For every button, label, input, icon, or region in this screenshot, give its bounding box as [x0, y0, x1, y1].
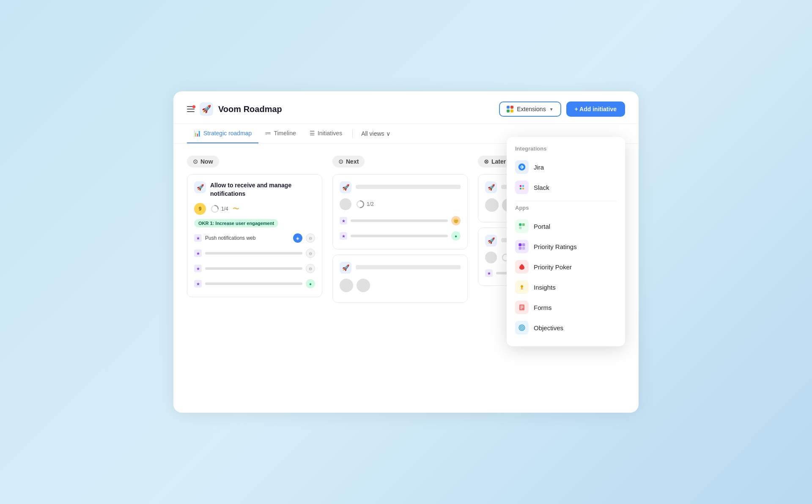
card-logo-icon: 🚀	[485, 181, 497, 193]
objectives-icon	[515, 321, 529, 334]
dropdown-item-priority-poker[interactable]: Priority Poker	[515, 257, 617, 277]
card-title: Allow to receive and manage notification…	[210, 181, 315, 198]
tab-timeline[interactable]: ≔ Timeline	[258, 124, 302, 143]
card-next-2: 🚀	[332, 255, 468, 303]
initiatives-tab-icon: ☰	[310, 130, 315, 137]
now-column-icon: ⊙	[193, 158, 198, 165]
card-logo-icon: 🚀	[194, 181, 206, 193]
feature-row: ★ Push notifications web ◈ ⊖	[194, 232, 315, 244]
skeleton-title	[356, 185, 461, 189]
status-dot: ⊖	[306, 264, 315, 273]
okr-badge: OKR 1: Increase user engagement	[194, 219, 278, 227]
portal-icon	[515, 219, 529, 233]
forms-icon	[515, 301, 529, 314]
card-next-1: 🚀 1/2 ★	[332, 174, 468, 249]
feature-row: ★ 😊	[340, 214, 461, 227]
jira-label: Jira	[534, 164, 544, 171]
progress-ring: 1/2	[356, 200, 374, 209]
objectives-label: Objectives	[534, 324, 563, 331]
feature-row: ★ ●	[340, 230, 461, 242]
insights-icon	[515, 280, 529, 294]
extensions-label: Extensions	[517, 106, 546, 112]
nav-divider	[352, 129, 353, 138]
all-views-button[interactable]: All views ∨	[356, 124, 395, 143]
feature-icon: ★	[194, 265, 202, 272]
integrations-section-label: Integrations	[515, 145, 617, 152]
extensions-icon	[507, 106, 513, 112]
avatar-row	[340, 279, 461, 292]
svg-rect-14	[522, 244, 525, 247]
dropdown-divider	[515, 201, 617, 201]
svg-point-17	[521, 285, 523, 288]
feature-row: ★ ⊖	[194, 262, 315, 275]
insights-label: Insights	[534, 284, 556, 291]
svg-rect-21	[520, 308, 522, 309]
progress-text: 1/2	[367, 201, 374, 207]
feature-icon: ★	[485, 269, 493, 277]
slack-label: Slack	[534, 184, 549, 191]
feature-icon: ★	[340, 232, 347, 240]
status-dot: ⊖	[306, 249, 315, 258]
avatar	[485, 198, 499, 212]
card-header: 🚀	[340, 181, 461, 193]
avatar	[485, 252, 497, 263]
card-logo-icon: 🚀	[485, 235, 497, 247]
status-dot: ⊖	[306, 233, 315, 243]
status-dot: ●	[306, 279, 315, 288]
roadmap-tab-icon: 📊	[194, 130, 201, 137]
feature-bar	[205, 252, 302, 255]
later-column-label: Later	[491, 158, 506, 165]
trend-icon: 〜	[233, 205, 239, 214]
app-container: 🚀 Voom Roadmap Extensions ▼ + Add initia…	[173, 91, 639, 413]
svg-rect-10	[519, 223, 521, 226]
feature-icon: ★	[194, 249, 202, 257]
avatar	[340, 198, 351, 210]
forms-label: Forms	[534, 304, 552, 311]
skeleton-title	[356, 265, 461, 269]
dropdown-item-priority-ratings[interactable]: Priority Ratings	[515, 236, 617, 257]
timeline-tab-icon: ≔	[265, 130, 271, 137]
feature-bar	[351, 235, 448, 237]
priority-ratings-icon	[515, 240, 529, 253]
svg-rect-11	[522, 223, 525, 226]
slack-icon	[515, 181, 529, 194]
portal-label: Portal	[534, 223, 550, 230]
card-logo-icon: 🚀	[340, 262, 351, 274]
jira-link-icon[interactable]: ◈	[293, 233, 302, 243]
svg-rect-16	[522, 247, 525, 250]
dropdown-item-insights[interactable]: Insights	[515, 277, 617, 297]
column-now: ⊙ Now 🚀 Allow to receive and manage noti…	[187, 156, 322, 308]
card-meta: 9 1/4 〜	[194, 203, 315, 215]
column-next: ⊙ Next 🚀 1/2	[332, 156, 468, 308]
dropdown-item-portal[interactable]: Portal	[515, 216, 617, 236]
later-column-icon: ⊗	[484, 158, 489, 165]
app-logo: 🚀	[200, 102, 213, 116]
dropdown-item-forms[interactable]: Forms	[515, 297, 617, 318]
svg-rect-12	[519, 227, 521, 229]
priority-ratings-label: Priority Ratings	[534, 243, 577, 250]
feature-list: ★ 😊 ★ ●	[340, 214, 461, 242]
chevron-down-icon: ▼	[549, 107, 554, 112]
menu-icon[interactable]	[187, 106, 195, 112]
dropdown-item-jira[interactable]: Jira	[515, 157, 617, 177]
svg-rect-13	[519, 244, 522, 247]
svg-rect-19	[520, 306, 524, 307]
add-initiative-button[interactable]: + Add initiative	[566, 101, 625, 117]
dropdown-item-slack[interactable]: Slack	[515, 177, 617, 197]
chevron-down-icon: ∨	[386, 130, 390, 137]
feature-bar	[351, 219, 448, 222]
tab-strategic-roadmap[interactable]: 📊 Strategic roadmap	[187, 124, 258, 143]
feature-icon: ★	[340, 217, 347, 225]
header-right: Extensions ▼ + Add initiative	[499, 101, 625, 117]
feature-bar	[205, 267, 302, 270]
progress-circle-icon	[356, 200, 365, 209]
card-meta: 1/2	[340, 198, 461, 210]
apps-section-label: Apps	[515, 205, 617, 211]
dropdown-item-objectives[interactable]: Objectives	[515, 318, 617, 338]
extensions-button[interactable]: Extensions ▼	[499, 101, 561, 117]
svg-rect-20	[520, 307, 524, 308]
feature-icon: ★	[194, 234, 202, 242]
tab-initiatives[interactable]: ☰ Initiatives	[303, 124, 349, 143]
progress-ring: 1/4	[210, 204, 228, 214]
priority-poker-label: Priority Poker	[534, 263, 572, 271]
